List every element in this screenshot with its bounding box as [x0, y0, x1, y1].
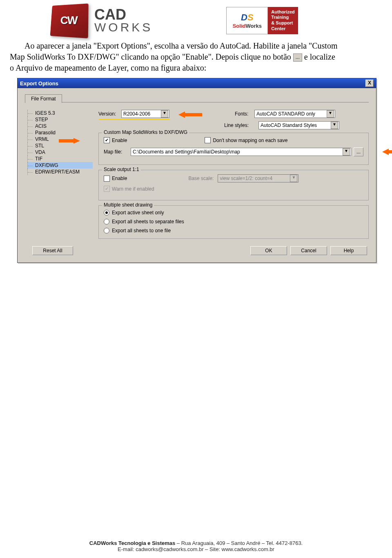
version-combo[interactable]: R2004-2006 ▼	[121, 110, 169, 118]
group-multisheet: Multiple sheet drawing Export active she…	[98, 205, 369, 239]
tree-item[interactable]: IGES 5.3	[27, 110, 93, 116]
chevron-down-icon: ▼	[343, 148, 350, 156]
solidworks-logo-icon: DS SolidWorks	[226, 7, 268, 34]
tree-item-dxfdwg[interactable]: DXF/DWG	[27, 162, 93, 169]
linestyles-value: AutoCAD Standard Styles	[261, 122, 317, 128]
radio-one-file[interactable]	[104, 228, 109, 233]
tree-item[interactable]: VDA	[27, 149, 93, 156]
base-scale-label: Base scale:	[188, 176, 214, 181]
group-legend: Multiple sheet drawing	[102, 202, 154, 208]
tree-item[interactable]: Parasolid	[27, 129, 93, 136]
tree-item[interactable]: ACIS	[27, 123, 93, 129]
arrow-annotation-icon	[382, 149, 389, 155]
group-scale: Scale output 1:1 Enable Base scale: view…	[98, 170, 369, 200]
chevron-down-icon: ▼	[331, 122, 338, 129]
cadworks-logo-icon: CW	[50, 3, 89, 38]
header: CW CAD WORKS DS SolidWorks Authorized Tr…	[0, 0, 392, 40]
highlight-yellow	[98, 119, 169, 120]
mapfile-value: C:\Documents and Settings\Família\Deskto…	[133, 149, 240, 155]
tree-item[interactable]: STEP	[27, 116, 93, 123]
scale-enable-label: Enable	[112, 176, 127, 181]
chevron-down-icon: ▼	[327, 110, 334, 118]
page-footer: CADWorks Tecnologia e Sistemas – Rua Ara…	[0, 540, 392, 552]
tab-file-format[interactable]: File Format	[25, 94, 62, 103]
linestyles-combo[interactable]: AutoCAD Standard Styles ▼	[258, 121, 339, 129]
radio-separate-files[interactable]	[104, 219, 109, 225]
solidworks-atc-badge: DS SolidWorks Authorized Training & Supp…	[226, 7, 298, 34]
fonts-combo[interactable]: AutoCAD STANDARD only ▼	[254, 110, 335, 118]
cancel-button[interactable]: Cancel	[290, 246, 327, 255]
help-button[interactable]: Help	[330, 246, 367, 255]
group-custom-map: Custom Map SolidWorks to DXF/DWG ✔ Enabl…	[98, 133, 369, 165]
mapfile-combo[interactable]: C:\Documents and Settings\Família\Deskto…	[131, 148, 351, 156]
enable-label: Enable	[112, 138, 127, 143]
version-label: Version:	[98, 111, 121, 117]
tree-item[interactable]: TIF	[27, 156, 93, 162]
titlebar: Export Options X	[18, 78, 376, 88]
mapfile-label: Map file:	[104, 149, 131, 155]
radio-active-sheet[interactable]	[104, 210, 109, 216]
options-panel: Version: R2004-2006 ▼ Fonts: AutoCAD STA…	[98, 110, 369, 244]
tree-item[interactable]: STL	[27, 142, 93, 149]
close-button[interactable]: X	[365, 80, 374, 87]
tree-item[interactable]: EDRW/EPRT/EASM	[27, 169, 93, 175]
chevron-down-icon: ▼	[161, 110, 168, 118]
chevron-down-icon: ▼	[290, 175, 297, 182]
base-scale-combo: view scale=1/2: count=4 ▼	[218, 174, 298, 182]
atc-label: Authorized Training & Support Center	[268, 7, 298, 34]
radio-label: Export all sheets to one file	[112, 228, 171, 233]
arrow-annotation-icon	[178, 111, 185, 118]
browse-button[interactable]: ...	[354, 147, 363, 156]
scale-enable-checkbox[interactable]	[104, 176, 110, 182]
export-options-dialog: Export Options X File Format IGES 5.3 ST…	[17, 78, 376, 263]
reset-all-button[interactable]: Reset All	[32, 246, 73, 255]
ok-button[interactable]: OK	[250, 246, 287, 255]
radio-label: Export all sheets to separate files	[112, 219, 184, 225]
dontshow-checkbox[interactable]	[205, 137, 211, 143]
group-legend: Custom Map SolidWorks to DXF/DWG	[102, 129, 189, 135]
cadworks-wordmark: CAD WORKS	[94, 8, 153, 32]
radio-label: Export active sheet only	[112, 210, 164, 216]
instruction-text: Ao aparecer a janela "Export Options", e…	[0, 41, 392, 73]
warn-checkbox: ✔	[104, 186, 110, 192]
arrow-annotation-icon	[74, 138, 80, 144]
fonts-label: Fonts:	[235, 111, 254, 117]
base-scale-value: view scale=1/2: count=4	[220, 176, 272, 181]
group-legend: Scale output 1:1	[102, 167, 141, 172]
linestyles-label: Line styles:	[224, 122, 258, 128]
warn-label: Warn me if enabled	[112, 186, 154, 192]
format-tree: IGES 5.3 STEP ACIS Parasolid VRML STL VD…	[25, 110, 93, 244]
dialog-title: Export Options	[20, 80, 58, 87]
dontshow-label: Don't show mapping on each save	[213, 138, 287, 143]
fonts-value: AutoCAD STANDARD only	[256, 111, 315, 117]
version-value: R2004-2006	[123, 111, 150, 117]
browse-button-inline-icon: ...	[293, 53, 302, 62]
enable-checkbox[interactable]: ✔	[104, 137, 110, 143]
